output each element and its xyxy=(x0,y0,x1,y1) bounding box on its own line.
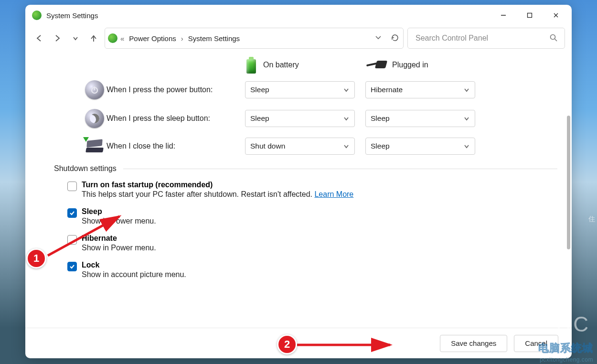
address-dropdown-icon[interactable] xyxy=(374,33,382,43)
check-hibernate: Hibernate Show in Power menu. xyxy=(67,234,557,258)
svg-point-5 xyxy=(551,34,555,39)
minimize-button[interactable] xyxy=(490,7,516,24)
sleep-icon xyxy=(85,109,104,128)
breadcrumb-power-options[interactable]: Power Options xyxy=(127,34,178,43)
select-sleep-battery-value: Sleep xyxy=(250,114,269,123)
select-lid-plugged-value: Sleep xyxy=(371,142,390,150)
battery-icon xyxy=(245,56,257,74)
check-fast-startup: Turn on fast startup (recommended) This … xyxy=(67,181,557,204)
maximize-button[interactable] xyxy=(516,7,543,24)
header-plugged-in-label: Plugged in xyxy=(392,61,428,69)
check-lock-desc: Show in account picture menu. xyxy=(82,270,186,279)
content-area: On battery Plugged in When I press the p… xyxy=(25,54,572,328)
check-fast-startup-label: Turn on fast startup (recommended) xyxy=(82,181,213,189)
check-lock-label: Lock xyxy=(82,261,99,269)
nav-row: « Power Options › System Settings xyxy=(25,26,572,54)
select-lid-battery-value: Shut down xyxy=(250,142,285,150)
window: System Settings « Power Options › System… xyxy=(25,5,572,358)
check-sleep: Sleep Show in Power menu. xyxy=(67,207,557,231)
up-button[interactable] xyxy=(86,31,101,45)
search-box[interactable] xyxy=(407,28,565,49)
select-power-plugged[interactable]: Hibernate xyxy=(365,81,475,98)
back-button[interactable] xyxy=(32,31,46,45)
section-shutdown-label: Shutdown settings xyxy=(54,164,117,173)
row-sleep-button: When I press the sleep button: Sleep Sle… xyxy=(83,109,557,128)
select-sleep-battery[interactable]: Sleep xyxy=(245,110,355,127)
checkbox-fast-startup[interactable] xyxy=(67,182,77,191)
lid-icon xyxy=(84,139,105,153)
row-close-lid-label: When I close the lid: xyxy=(107,142,245,150)
scrollbar-thumb[interactable] xyxy=(567,116,570,249)
svg-line-6 xyxy=(555,39,557,41)
recent-dropdown[interactable] xyxy=(68,31,83,45)
chevron-right-icon: › xyxy=(181,34,183,43)
divider xyxy=(123,169,557,169)
window-title: System Settings xyxy=(46,11,98,20)
column-headers: On battery Plugged in xyxy=(245,56,557,74)
select-power-plugged-value: Hibernate xyxy=(371,86,403,94)
checkbox-lock[interactable] xyxy=(67,262,77,271)
address-icon xyxy=(108,33,117,43)
power-icon xyxy=(85,80,104,99)
select-power-battery-value: Sleep xyxy=(250,86,269,94)
select-lid-battery[interactable]: Shut down xyxy=(245,138,355,155)
close-button[interactable] xyxy=(543,7,569,24)
check-fast-startup-desc-text: This helps start your PC faster after sh… xyxy=(82,190,312,198)
select-sleep-plugged-value: Sleep xyxy=(371,114,390,123)
titlebar: System Settings xyxy=(25,5,572,26)
checkbox-sleep[interactable] xyxy=(67,208,77,218)
window-controls xyxy=(490,7,569,24)
footer: Save changes Cancel xyxy=(25,328,572,358)
header-on-battery: On battery xyxy=(245,56,355,74)
row-sleep-button-label: When I press the sleep button: xyxy=(107,114,245,123)
section-shutdown-settings: Shutdown settings xyxy=(54,164,557,173)
check-lock: Lock Show in account picture menu. xyxy=(67,261,557,285)
forward-button[interactable] xyxy=(50,31,64,45)
check-fast-startup-desc: This helps start your PC faster after sh… xyxy=(82,190,353,199)
app-icon xyxy=(32,11,42,20)
check-sleep-desc: Show in Power menu. xyxy=(82,217,156,225)
refresh-icon[interactable] xyxy=(391,33,399,43)
svg-rect-1 xyxy=(527,13,532,18)
select-lid-plugged[interactable]: Sleep xyxy=(365,138,475,155)
row-power-button: When I press the power button: Sleep Hib… xyxy=(83,80,557,99)
save-button[interactable]: Save changes xyxy=(440,335,507,352)
select-power-battery[interactable]: Sleep xyxy=(245,81,355,98)
check-hibernate-label: Hibernate xyxy=(82,234,117,242)
address-bar[interactable]: « Power Options › System Settings xyxy=(105,28,404,49)
row-power-button-label: When I press the power button: xyxy=(107,86,245,94)
search-icon[interactable] xyxy=(549,33,558,43)
learn-more-link[interactable]: Learn More xyxy=(314,190,353,198)
plug-icon xyxy=(365,60,386,70)
breadcrumb-prefix: « xyxy=(120,34,124,43)
check-sleep-label: Sleep xyxy=(82,207,102,215)
header-plugged-in: Plugged in xyxy=(365,60,475,70)
select-sleep-plugged[interactable]: Sleep xyxy=(365,110,475,127)
checkbox-hibernate[interactable] xyxy=(67,235,77,245)
breadcrumb-system-settings[interactable]: System Settings xyxy=(186,34,242,43)
header-on-battery-label: On battery xyxy=(263,61,299,69)
check-hibernate-desc: Show in Power menu. xyxy=(82,244,156,252)
cancel-button[interactable]: Cancel xyxy=(514,335,558,352)
search-input[interactable] xyxy=(415,33,545,43)
row-close-lid: When I close the lid: Shut down Sleep xyxy=(83,138,557,155)
